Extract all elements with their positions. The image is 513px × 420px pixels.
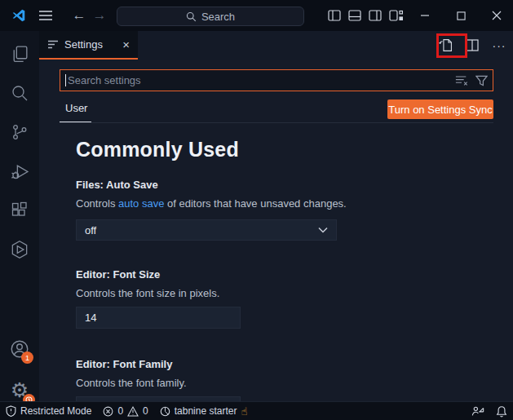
toggle-panel-icon[interactable] — [345, 0, 365, 31]
text-cursor — [65, 74, 66, 86]
settings-search-placeholder: Search settings — [68, 74, 448, 86]
error-count: 0 — [117, 405, 123, 417]
setting-description: Controls the font size in pixels. — [76, 287, 219, 299]
setting-title-editor-font-size: Editor: Font Size — [76, 268, 160, 281]
hexagon-play-extension-icon[interactable] — [0, 233, 39, 266]
editor-area: Settings × ··· Search settings — [39, 31, 513, 401]
turn-on-settings-sync-button[interactable]: Turn on Settings Sync — [387, 99, 493, 119]
problems-item[interactable]: 0 0 — [97, 402, 153, 420]
accounts-icon[interactable]: 1 — [0, 333, 39, 365]
back-arrow-icon[interactable]: ← — [69, 0, 89, 31]
minimize-button[interactable] — [406, 0, 443, 31]
split-editor-icon[interactable] — [462, 35, 483, 56]
setting-description: Controls auto save of editors that have … — [76, 197, 347, 210]
search-placeholder: Search — [201, 11, 235, 23]
scope-divider — [60, 122, 493, 123]
extensions-icon[interactable] — [0, 194, 39, 227]
section-title: Commonly Used — [76, 138, 239, 161]
tab-label: Settings — [64, 38, 103, 51]
title-bar: ← → Search — [0, 0, 513, 31]
search-icon — [186, 11, 197, 22]
settings-tune-icon — [47, 40, 59, 49]
filter-settings-icon[interactable] — [475, 75, 488, 86]
menu-icon[interactable] — [34, 0, 57, 31]
share-feedback-icon[interactable] — [466, 405, 490, 417]
tab-close-icon[interactable]: × — [122, 38, 130, 51]
tab-bar: Settings × ··· — [39, 31, 513, 60]
run-and-debug-icon[interactable] — [0, 155, 39, 188]
warning-icon — [127, 406, 139, 417]
vscode-logo-icon — [7, 0, 31, 31]
tab-settings[interactable]: Settings × — [39, 31, 138, 60]
vscode-window: ← → Search — [0, 0, 513, 420]
tabnine-icon — [160, 406, 170, 417]
toggle-secondary-sidebar-icon[interactable] — [365, 0, 385, 31]
maximize-button[interactable] — [443, 0, 480, 31]
accounts-badge: 1 — [21, 351, 33, 364]
settings-search-input[interactable]: Search settings — [60, 69, 493, 91]
setting-description: Controls the font family. — [76, 377, 187, 389]
settings-editor: Search settings User Turn on Settings Sy… — [39, 60, 513, 401]
clear-settings-search-icon[interactable] — [455, 75, 468, 86]
auto-save-link[interactable]: auto save — [118, 197, 164, 210]
warning-count: 0 — [143, 405, 148, 417]
notifications-bell-icon[interactable] — [490, 405, 513, 418]
restricted-mode-item[interactable]: Restricted Mode — [0, 402, 97, 420]
toggle-primary-sidebar-icon[interactable] — [325, 0, 344, 31]
activity-bar: 1 ⚙ — [0, 31, 39, 401]
command-center-search[interactable]: Search — [117, 7, 304, 26]
explorer-icon[interactable] — [0, 38, 39, 70]
tabnine-item[interactable]: tabnine starter ☝ — [154, 402, 254, 420]
close-window-button[interactable] — [480, 0, 513, 31]
pointing-hand-emoji: ☝ — [241, 405, 247, 418]
chevron-down-icon — [318, 227, 328, 233]
customize-layout-icon[interactable] — [386, 0, 405, 31]
search-view-icon[interactable] — [0, 77, 39, 109]
source-control-icon[interactable] — [0, 116, 39, 148]
setting-title-files-auto-save: Files: Auto Save — [76, 179, 158, 191]
scope-tab-user[interactable]: User — [65, 102, 87, 114]
font-size-input[interactable]: 14 — [76, 307, 241, 329]
editor-actions: ··· — [435, 31, 510, 60]
more-actions-icon[interactable]: ··· — [489, 35, 510, 56]
status-bar: Restricted Mode 0 0 tabnine starter ☝ — [0, 401, 513, 420]
open-settings-json-icon[interactable] — [435, 35, 456, 56]
shield-icon — [6, 405, 16, 417]
forward-arrow-icon[interactable]: → — [90, 0, 109, 31]
setting-title-editor-font-family: Editor: Font Family — [76, 358, 172, 370]
auto-save-select[interactable]: off — [76, 219, 337, 241]
error-icon — [103, 406, 113, 417]
